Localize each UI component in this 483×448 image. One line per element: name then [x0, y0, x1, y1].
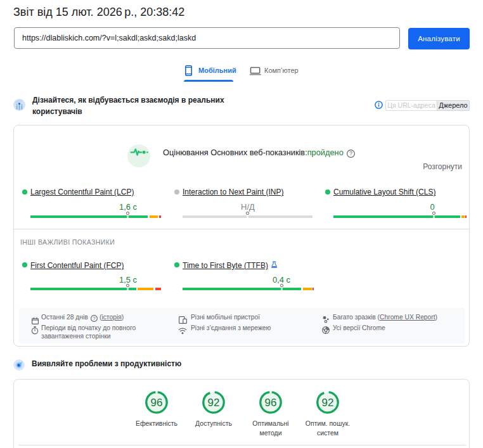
svg-text:96: 96 [151, 397, 163, 409]
svg-text:96: 96 [265, 397, 277, 409]
svg-text:?: ? [93, 316, 95, 321]
svg-text:92: 92 [322, 397, 334, 409]
svg-text:92: 92 [208, 397, 220, 409]
svg-text:?: ? [349, 150, 352, 157]
